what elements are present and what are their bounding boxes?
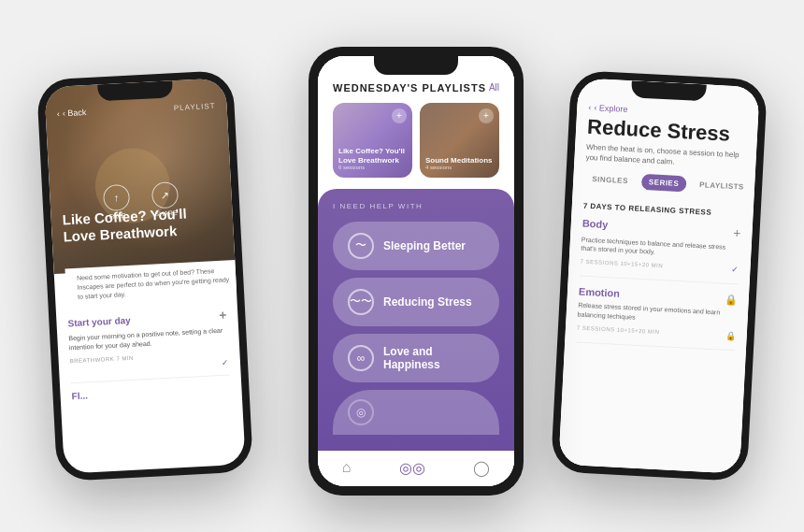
center-header-row: WEDNESDAY'S PLAYLISTS All xyxy=(333,82,499,93)
home-nav-icon[interactable]: ⌂ xyxy=(342,459,352,476)
love-icon: ∞ xyxy=(348,345,374,371)
phone-right-notch xyxy=(631,80,707,101)
option1-text: Sleeping Better xyxy=(383,239,466,252)
playlists-row: + Like Coffee? You'll Love Breathwork 6 … xyxy=(333,103,499,178)
option2-text: Reducing Stress xyxy=(383,295,472,309)
center-header: WEDNESDAY'S PLAYLISTS All + Like Coffee?… xyxy=(318,56,514,189)
right-content: ‹ ‹ Explore Reduce Stress When the heat … xyxy=(558,78,759,474)
profile-nav-icon[interactable]: ◯ xyxy=(473,459,490,477)
playlist-card-2[interactable]: + Sound Meditations 4 sessions xyxy=(420,103,499,178)
playlist-label: PLAYLIST xyxy=(174,101,216,111)
option3-text: Love and Happiness xyxy=(383,345,484,371)
phone-center-notch xyxy=(374,56,458,75)
playlist1-add-icon[interactable]: + xyxy=(392,108,407,123)
phone-right: ‹ ‹ Explore Reduce Stress When the heat … xyxy=(551,69,768,481)
section1-plus[interactable]: + xyxy=(219,307,227,322)
scene: ‹ ‹ Back PLAYLIST ↑ FAVE ↗ SHARE xyxy=(19,19,785,514)
body-item-check-icon: ✓ xyxy=(731,265,739,274)
sleeping-icon: 〜 xyxy=(348,233,374,259)
chevron-left-icon: ‹ xyxy=(588,102,592,111)
phone-left: ‹ ‹ Back PLAYLIST ↑ FAVE ↗ SHARE xyxy=(36,69,253,481)
body-item-add[interactable]: + xyxy=(733,224,741,239)
left-content: ‹ ‹ Back PLAYLIST ↑ FAVE ↗ SHARE xyxy=(44,78,245,474)
page-title: Reduce Stress xyxy=(587,115,747,146)
tab-singles[interactable]: SINGLES xyxy=(584,170,636,189)
emotion-item: Emotion 🔒 Release stress stored in your … xyxy=(576,285,738,350)
emotion-item-name: Emotion xyxy=(579,285,621,298)
body-item: Body + Practice techniques to balance an… xyxy=(580,217,741,284)
emotion-item-lock-icon: 🔒 xyxy=(724,293,738,306)
bottom-nav: ⌂ ◎◎ ◯ xyxy=(318,451,514,486)
page-desc: When the heat is on, choose a session to… xyxy=(585,141,745,170)
phone-center-inner: WEDNESDAY'S PLAYLISTS All + Like Coffee?… xyxy=(318,56,514,486)
partial-icon: ◎ xyxy=(348,399,374,425)
left-body: Start your day + Begin your morning on a… xyxy=(56,297,246,474)
playlist-nav-icon[interactable]: ◎◎ xyxy=(399,459,425,477)
section2-title: Fl... xyxy=(71,382,230,401)
back-button[interactable]: ‹ ‹ Back xyxy=(57,108,87,119)
content-tabs: SINGLES SERIES PLAYLISTS xyxy=(584,170,744,194)
fave-icon: ↑ xyxy=(103,183,130,210)
option-reducing-stress[interactable]: 〜〜 Reducing Stress xyxy=(333,278,499,326)
playlist2-add-icon[interactable]: + xyxy=(479,108,494,123)
right-body: 7 DAYS TO RELEASING STRESS Body + Practi… xyxy=(558,193,754,473)
option-partial: ◎ xyxy=(333,390,499,435)
tab-playlists[interactable]: PLAYLISTS xyxy=(692,176,753,194)
body-item-tag: 7 SESSIONS 10+15+20 MIN xyxy=(581,258,664,268)
playlist-card-1[interactable]: + Like Coffee? You'll Love Breathwork 6 … xyxy=(333,103,412,178)
phone-left-inner: ‹ ‹ Back PLAYLIST ↑ FAVE ↗ SHARE xyxy=(44,78,245,474)
series-section-title: 7 DAYS TO RELEASING STRESS xyxy=(583,201,742,218)
playlist1-label: Like Coffee? You'll Love Breathwork 6 se… xyxy=(338,147,407,171)
center-playlist-title: WEDNESDAY'S PLAYLISTS xyxy=(333,82,486,93)
option-sleeping-better[interactable]: 〜 Sleeping Better xyxy=(333,222,499,270)
phone-center: WEDNESDAY'S PLAYLISTS All + Like Coffee?… xyxy=(309,47,524,496)
share-icon: ↗ xyxy=(151,181,179,208)
phone-left-notch xyxy=(97,80,173,101)
playlist2-label: Sound Meditations 4 sessions xyxy=(425,156,494,172)
all-link[interactable]: All xyxy=(489,82,499,93)
center-content: WEDNESDAY'S PLAYLISTS All + Like Coffee?… xyxy=(318,56,514,486)
body-item-name: Body xyxy=(582,217,609,229)
section1-check: ✓ xyxy=(222,357,230,367)
phone-right-inner: ‹ ‹ Explore Reduce Stress When the heat … xyxy=(558,78,759,474)
help-label: I NEED HELP WITH xyxy=(333,202,499,210)
emotion-item-tag: 7 SESSIONS 10+15+20 MIN xyxy=(577,324,660,335)
option-love-happiness[interactable]: ∞ Love and Happiness xyxy=(333,334,499,382)
section1-desc: Begin your morning on a positive note, s… xyxy=(68,325,228,352)
left-hero-image: ‹ ‹ Back PLAYLIST ↑ FAVE ↗ SHARE xyxy=(44,78,235,274)
tab-series[interactable]: SERIES xyxy=(640,173,686,192)
chevron-left-icon: ‹ xyxy=(57,108,61,118)
center-wave-section: I NEED HELP WITH 〜 Sleeping Better 〜〜 Re… xyxy=(318,189,514,451)
section1-title: Start your day xyxy=(67,314,131,328)
emotion-item-lock2-icon: 🔒 xyxy=(725,330,737,340)
stress-icon: 〜〜 xyxy=(348,289,374,315)
